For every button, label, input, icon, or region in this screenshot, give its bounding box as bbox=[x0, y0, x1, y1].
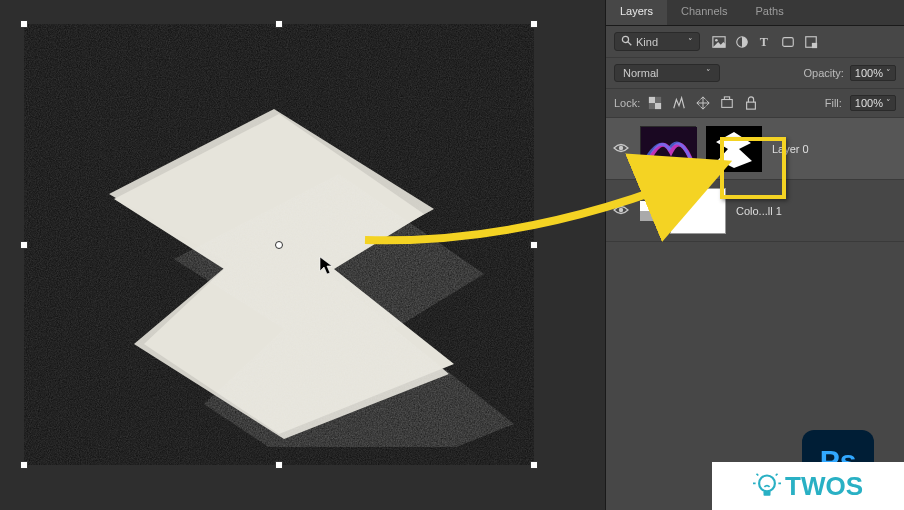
fill-label: Fill: bbox=[825, 97, 842, 109]
lock-image-icon[interactable] bbox=[672, 96, 686, 110]
opacity-label: Opacity: bbox=[804, 67, 844, 79]
svg-text:T: T bbox=[760, 35, 768, 49]
svg-point-5 bbox=[622, 36, 628, 42]
chevron-down-icon: ˅ bbox=[886, 68, 891, 78]
twos-watermark: TWOS bbox=[712, 462, 904, 510]
search-icon bbox=[621, 35, 632, 48]
svg-rect-16 bbox=[655, 97, 661, 103]
blend-row: Normal ˅ Opacity: 100% ˅ bbox=[606, 58, 904, 89]
lightbulb-icon bbox=[753, 472, 781, 500]
transform-handle-ml[interactable] bbox=[20, 241, 28, 249]
svg-rect-17 bbox=[649, 103, 655, 109]
svg-rect-15 bbox=[655, 103, 661, 109]
opacity-field[interactable]: 100% ˅ bbox=[850, 65, 896, 81]
transform-handle-br[interactable] bbox=[530, 461, 538, 469]
svg-rect-28 bbox=[764, 491, 771, 495]
chevron-down-icon: ˅ bbox=[688, 37, 693, 47]
transform-handle-tm[interactable] bbox=[275, 20, 283, 28]
lock-transparency-icon[interactable] bbox=[648, 96, 662, 110]
layer-row[interactable]: Layer 0 bbox=[606, 118, 904, 180]
layer-name[interactable]: Layer 0 bbox=[772, 143, 809, 155]
chevron-down-icon: ˅ bbox=[706, 68, 711, 78]
svg-rect-20 bbox=[747, 102, 756, 109]
visibility-toggle[interactable] bbox=[612, 141, 630, 157]
chevron-down-icon: ˅ bbox=[886, 98, 891, 108]
filter-shape-icon[interactable] bbox=[781, 35, 795, 49]
transform-center-point[interactable] bbox=[275, 241, 283, 249]
filter-kind-select[interactable]: Kind ˅ bbox=[614, 32, 700, 51]
svg-rect-18 bbox=[722, 100, 733, 108]
filter-kind-label: Kind bbox=[636, 36, 658, 48]
twos-text: TWOS bbox=[785, 471, 863, 502]
lock-label: Lock: bbox=[614, 97, 640, 109]
layers-list: Layer 0 Colo...ll 1 bbox=[606, 118, 904, 242]
layer-mask-thumbnail[interactable] bbox=[670, 188, 726, 234]
lock-artboard-icon[interactable] bbox=[720, 96, 734, 110]
layer-name[interactable]: Colo...ll 1 bbox=[736, 205, 782, 217]
filter-row: Kind ˅ T bbox=[606, 26, 904, 58]
svg-line-31 bbox=[757, 474, 759, 476]
fill-field[interactable]: 100% ˅ bbox=[850, 95, 896, 111]
layer-row[interactable]: Colo...ll 1 bbox=[606, 180, 904, 242]
fill-layer-thumb[interactable] bbox=[640, 201, 660, 221]
transform-handle-tl[interactable] bbox=[20, 20, 28, 28]
blend-mode-value: Normal bbox=[623, 67, 658, 79]
transform-handle-bm[interactable] bbox=[275, 461, 283, 469]
svg-line-6 bbox=[628, 42, 631, 45]
filter-smartobject-icon[interactable] bbox=[804, 35, 818, 49]
svg-rect-14 bbox=[649, 97, 655, 103]
tab-paths[interactable]: Paths bbox=[742, 0, 798, 25]
lock-position-icon[interactable] bbox=[696, 96, 710, 110]
transform-handle-tr[interactable] bbox=[530, 20, 538, 28]
svg-point-21 bbox=[619, 145, 623, 149]
panel-tabs: Layers Channels Paths bbox=[606, 0, 904, 26]
document-canvas[interactable] bbox=[24, 24, 534, 465]
lock-row: Lock: Fill: 100% ˅ bbox=[606, 89, 904, 118]
svg-line-32 bbox=[776, 474, 778, 476]
opacity-value: 100% bbox=[855, 67, 883, 79]
tab-channels[interactable]: Channels bbox=[667, 0, 741, 25]
layer-mask-thumbnail[interactable] bbox=[706, 126, 762, 172]
filter-image-icon[interactable] bbox=[712, 35, 726, 49]
svg-point-8 bbox=[715, 38, 718, 41]
filter-adjustment-icon[interactable] bbox=[735, 35, 749, 49]
filter-type-icon[interactable]: T bbox=[758, 35, 772, 49]
svg-rect-19 bbox=[725, 97, 730, 100]
cursor-icon bbox=[319, 256, 337, 280]
blend-mode-select[interactable]: Normal ˅ bbox=[614, 64, 720, 82]
fill-value: 100% bbox=[855, 97, 883, 109]
svg-point-27 bbox=[759, 476, 775, 492]
layer-thumbnail[interactable] bbox=[640, 126, 696, 172]
svg-rect-11 bbox=[783, 37, 794, 46]
canvas-area[interactable] bbox=[0, 0, 605, 510]
lock-all-icon[interactable] bbox=[744, 96, 758, 110]
visibility-toggle[interactable] bbox=[612, 203, 630, 219]
svg-rect-13 bbox=[812, 42, 817, 47]
tab-layers[interactable]: Layers bbox=[606, 0, 667, 25]
transform-handle-bl[interactable] bbox=[20, 461, 28, 469]
svg-point-25 bbox=[619, 207, 623, 211]
transform-handle-mr[interactable] bbox=[530, 241, 538, 249]
